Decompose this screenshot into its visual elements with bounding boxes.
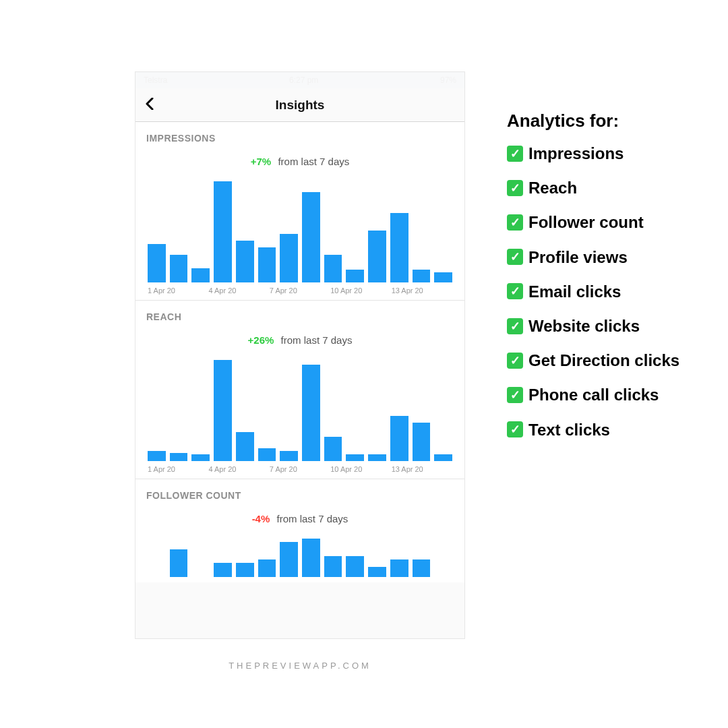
delta-value: -4%	[252, 513, 270, 524]
back-chevron-icon	[145, 98, 154, 110]
xaxis: 1 Apr 204 Apr 207 Apr 2010 Apr 2013 Apr …	[146, 465, 454, 473]
analytics-heading: Analytics for:	[507, 111, 702, 131]
xaxis-tick: 10 Apr 20	[330, 286, 391, 295]
bar	[413, 423, 431, 461]
analytics-item-label: Profile views	[528, 248, 628, 266]
battery-label: 97%	[440, 75, 456, 85]
bar	[148, 244, 166, 282]
check-icon: ✓	[507, 283, 523, 299]
bar	[236, 432, 254, 461]
xaxis: 1 Apr 204 Apr 207 Apr 2010 Apr 2013 Apr …	[146, 286, 454, 295]
bar	[324, 437, 342, 461]
analytics-item: ✓Impressions	[507, 141, 702, 166]
footer-credit: THEPREVIEWAPP.COM	[135, 661, 465, 671]
bar	[170, 549, 188, 577]
delta-row: +26% from last 7 days	[146, 334, 454, 346]
chart-reach	[146, 357, 454, 461]
chart-follower-count	[146, 535, 454, 577]
bar	[390, 559, 408, 577]
bar	[302, 365, 320, 461]
delta-value: +26%	[248, 334, 274, 346]
card-title: REACH	[146, 311, 454, 322]
bar	[258, 559, 276, 577]
bar	[434, 272, 452, 283]
card-impressions: IMPRESSIONS +7% from last 7 days 1 Apr 2…	[135, 122, 464, 301]
delta-row: -4% from last 7 days	[146, 513, 454, 524]
bar	[390, 213, 408, 282]
analytics-item: ✓Get Direction clicks	[507, 348, 702, 373]
bar	[214, 563, 232, 577]
card-title: IMPRESSIONS	[146, 133, 454, 144]
analytics-item: ✓Reach	[507, 175, 702, 200]
analytics-item-label: Get Direction clicks	[528, 351, 679, 369]
carrier-label: Telstra	[144, 75, 167, 85]
analytics-item: ✓Website clicks	[507, 313, 702, 338]
analytics-item: ✓Follower count	[507, 210, 702, 235]
xaxis-tick: 4 Apr 20	[208, 286, 269, 295]
analytics-item: ✓Text clicks	[507, 417, 702, 442]
delta-text: from last 7 days	[278, 156, 349, 167]
check-icon: ✓	[507, 180, 523, 196]
bar	[236, 563, 254, 577]
analytics-item-label: Email clicks	[528, 282, 621, 301]
analytics-item-label: Website clicks	[528, 317, 640, 335]
bar	[236, 241, 254, 282]
card-title: FOLLOWER COUNT	[146, 490, 454, 501]
bar	[170, 255, 188, 282]
status-bar: Telstra 6:27 pm 97%	[135, 72, 464, 88]
check-icon: ✓	[507, 353, 523, 369]
analytics-item-label: Reach	[528, 179, 577, 197]
clock-label: 6:27 pm	[289, 75, 318, 85]
bar	[368, 567, 386, 578]
bar	[346, 270, 364, 282]
bar	[191, 454, 210, 461]
phone-frame: Telstra 6:27 pm 97% Insights IMPRESSIONS…	[135, 71, 465, 639]
check-icon: ✓	[507, 214, 523, 231]
analytics-item: ✓Phone call clicks	[507, 382, 702, 407]
back-button[interactable]	[145, 96, 154, 114]
bar	[170, 453, 188, 461]
delta-text: from last 7 days	[276, 513, 348, 524]
bar	[280, 542, 298, 577]
check-icon: ✓	[507, 146, 523, 162]
xaxis-tick: 13 Apr 20	[392, 465, 452, 473]
card-follower-count: FOLLOWER COUNT -4% from last 7 days	[135, 479, 464, 582]
nav-header: Insights	[135, 88, 464, 122]
xaxis-tick: 13 Apr 20	[392, 286, 452, 295]
bar	[434, 454, 452, 461]
xaxis-tick: 7 Apr 20	[270, 465, 330, 473]
bar	[346, 454, 364, 461]
bar	[214, 181, 232, 282]
card-reach: REACH +26% from last 7 days 1 Apr 204 Ap…	[135, 301, 464, 479]
delta-value: +7%	[251, 156, 271, 167]
delta-row: +7% from last 7 days	[146, 156, 454, 167]
chart-impressions	[146, 178, 454, 282]
bar	[280, 451, 298, 462]
xaxis-tick: 1 Apr 20	[148, 286, 208, 295]
bar	[191, 268, 210, 282]
xaxis-tick: 4 Apr 20	[208, 465, 269, 473]
check-icon: ✓	[507, 318, 523, 334]
bar	[368, 454, 386, 461]
analytics-item-label: Impressions	[528, 144, 624, 162]
xaxis-tick: 1 Apr 20	[148, 465, 208, 473]
bar	[214, 360, 232, 461]
bar	[302, 539, 320, 577]
bar	[258, 448, 276, 461]
bar	[324, 255, 342, 282]
bar	[413, 559, 431, 577]
analytics-item: ✓Profile views	[507, 245, 702, 270]
bar	[148, 451, 166, 462]
bar	[390, 416, 408, 461]
bar	[280, 234, 298, 282]
analytics-item-label: Text clicks	[528, 421, 610, 439]
xaxis-tick: 10 Apr 20	[330, 465, 391, 473]
bar	[368, 231, 386, 283]
bar	[324, 556, 342, 577]
check-icon: ✓	[507, 421, 523, 437]
bar	[258, 247, 276, 282]
analytics-item-label: Follower count	[528, 213, 644, 231]
check-icon: ✓	[507, 387, 523, 403]
bar	[413, 270, 431, 282]
page-title: Insights	[135, 98, 464, 113]
